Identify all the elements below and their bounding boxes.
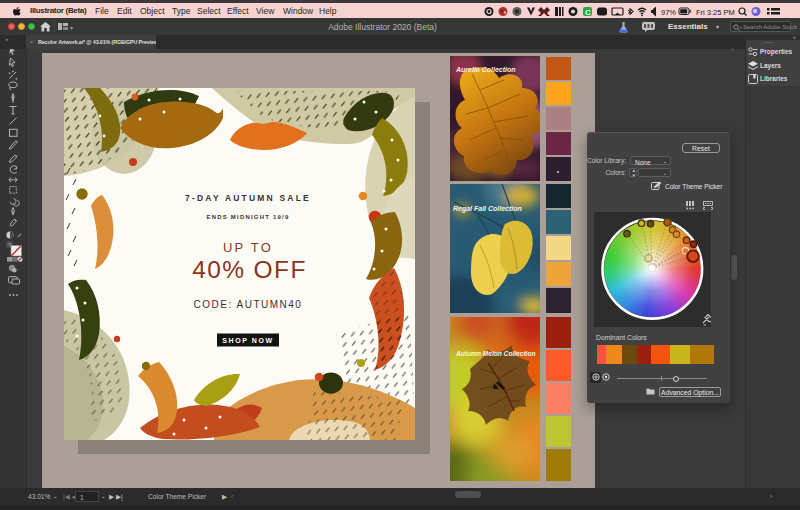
svg-text:Aurelia Collection: Aurelia Collection (455, 66, 516, 73)
svg-text:7-DAY AUTUMN SALE: 7-DAY AUTUMN SALE (185, 193, 311, 203)
svg-text:CODE: AUTUMN40: CODE: AUTUMN40 (194, 299, 303, 310)
svg-text:Fri 3:25 PM: Fri 3:25 PM (696, 8, 735, 17)
svg-text:Regal Fall Collection: Regal Fall Collection (453, 205, 522, 213)
svg-text:Autumn Melon Collection: Autumn Melon Collection (455, 350, 536, 357)
svg-text:40% OFF: 40% OFF (192, 256, 307, 283)
svg-text:97%: 97% (661, 8, 676, 17)
svg-text:ENDS MIDNIGHT 19/9: ENDS MIDNIGHT 19/9 (207, 214, 290, 220)
svg-text:SHOP NOW: SHOP NOW (222, 337, 274, 344)
svg-text:UP TO: UP TO (223, 240, 273, 255)
svg-text:C: C (585, 8, 591, 17)
